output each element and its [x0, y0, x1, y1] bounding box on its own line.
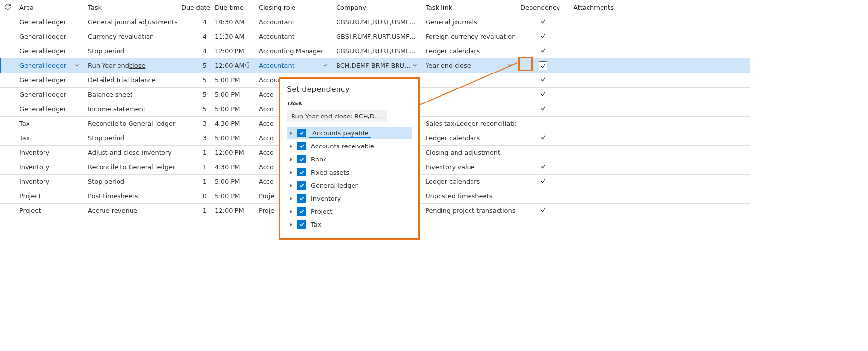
- task-cell[interactable]: Detailed trial balance: [84, 73, 177, 87]
- due-date-cell[interactable]: 3: [177, 131, 211, 145]
- dependency-cell[interactable]: [516, 29, 570, 44]
- dependency-cell[interactable]: [516, 204, 570, 218]
- area-cell[interactable]: General ledger: [15, 44, 84, 58]
- area-cell[interactable]: Inventory: [15, 175, 84, 189]
- checkbox[interactable]: [297, 155, 306, 163]
- task-cell[interactable]: Stop period: [84, 44, 177, 58]
- area-cell[interactable]: General ledger: [15, 29, 84, 44]
- due-time-cell[interactable]: 12:00 PM: [211, 146, 255, 160]
- due-date-cell[interactable]: 5: [177, 58, 211, 73]
- col-header-closing-role[interactable]: Closing role: [255, 0, 332, 15]
- table-row[interactable]: General ledgerRun Year-end close512:00 A…: [0, 58, 750, 73]
- due-date-cell[interactable]: 0: [177, 189, 211, 203]
- due-time-cell[interactable]: 5:00 PM: [211, 189, 255, 203]
- attachments-cell[interactable]: [570, 160, 623, 174]
- task-link-cell[interactable]: Pending project transactions: [422, 204, 516, 218]
- dependency-item[interactable]: General ledger: [287, 179, 412, 191]
- task-link-cell[interactable]: Foreign currency revaluation: [422, 29, 516, 44]
- due-time-cell[interactable]: 12:00 PM: [211, 204, 255, 218]
- due-time-cell[interactable]: 5:00 PM: [211, 131, 255, 145]
- dependency-cell[interactable]: [516, 189, 570, 203]
- task-cell[interactable]: General journal adjustments: [84, 15, 177, 29]
- attachments-cell[interactable]: [570, 15, 623, 29]
- task-cell[interactable]: Post timesheets: [84, 189, 177, 203]
- chevron-down-icon[interactable]: [75, 62, 80, 69]
- task-link-cell[interactable]: Closing and adjustment: [422, 146, 516, 160]
- closing-role-cell[interactable]: Accountant: [255, 15, 332, 29]
- attachments-cell[interactable]: [570, 29, 623, 44]
- closing-role-cell[interactable]: Accountant: [255, 58, 332, 73]
- task-cell[interactable]: Reconcile to General ledger: [84, 160, 177, 174]
- task-cell[interactable]: Income statement: [84, 102, 177, 116]
- closing-role-cell[interactable]: Accounting Manager: [255, 44, 332, 58]
- expander-icon[interactable]: [288, 143, 294, 150]
- table-row[interactable]: General ledgerGeneral journal adjustment…: [0, 15, 750, 29]
- due-time-cell[interactable]: 11:30 AM: [211, 29, 255, 44]
- dependency-checkbox[interactable]: [539, 61, 547, 70]
- task-combo[interactable]: Run Year-end close: BCH,DEMF,…: [287, 110, 387, 122]
- chevron-down-icon[interactable]: [412, 62, 417, 69]
- dependency-item[interactable]: Inventory: [287, 192, 412, 205]
- task-link-cell[interactable]: Unposted timesheets: [422, 189, 516, 203]
- attachments-cell[interactable]: [570, 44, 623, 58]
- area-cell[interactable]: Tax: [15, 117, 84, 131]
- dependency-item[interactable]: Project: [287, 205, 412, 218]
- attachments-cell[interactable]: [570, 102, 623, 116]
- area-cell[interactable]: Project: [15, 204, 84, 218]
- dependency-cell[interactable]: [516, 15, 570, 29]
- expander-icon[interactable]: [288, 221, 294, 228]
- due-date-cell[interactable]: 5: [177, 88, 211, 102]
- attachments-cell[interactable]: [570, 73, 623, 87]
- company-cell[interactable]: GBSI,RUMF,RURT,USMF,USRT: [332, 29, 422, 44]
- expander-icon[interactable]: [288, 195, 294, 202]
- col-header-due-time[interactable]: Due time: [211, 0, 255, 15]
- due-date-cell[interactable]: 4: [177, 29, 211, 44]
- area-cell[interactable]: General ledger: [15, 102, 84, 116]
- dependency-cell[interactable]: [516, 175, 570, 189]
- dependency-cell[interactable]: [516, 73, 570, 87]
- task-cell[interactable]: Currency revaluation: [84, 29, 177, 44]
- task-link-cell[interactable]: [422, 73, 516, 87]
- due-time-cell[interactable]: 10:30 AM: [211, 15, 255, 29]
- due-time-cell[interactable]: 5:00 PM: [211, 102, 255, 116]
- due-time-cell[interactable]: 12:00 PM: [211, 44, 255, 58]
- expander-icon[interactable]: [288, 208, 294, 215]
- task-cell[interactable]: Stop period: [84, 175, 177, 189]
- area-cell[interactable]: General ledger: [15, 88, 84, 102]
- dependency-item[interactable]: Accounts payable: [287, 127, 412, 139]
- task-cell[interactable]: Accrue revenue: [84, 204, 177, 218]
- attachments-cell[interactable]: [570, 175, 623, 189]
- area-cell[interactable]: Tax: [15, 131, 84, 145]
- attachments-cell[interactable]: [570, 88, 623, 102]
- area-cell[interactable]: Inventory: [15, 160, 84, 174]
- due-time-cell[interactable]: 12:00 AM: [211, 58, 255, 73]
- task-link-cell[interactable]: Ledger calendars: [422, 175, 516, 189]
- task-link-cell[interactable]: Sales tax/Ledger reconciliation: [422, 117, 516, 131]
- attachments-cell[interactable]: [570, 58, 623, 73]
- expander-icon[interactable]: [288, 156, 294, 163]
- col-header-area[interactable]: Area: [15, 0, 84, 15]
- area-cell[interactable]: General ledger: [15, 15, 84, 29]
- chevron-down-icon[interactable]: [507, 62, 512, 69]
- expander-icon[interactable]: [288, 169, 294, 176]
- dependency-cell[interactable]: [516, 160, 570, 174]
- area-cell[interactable]: Project: [15, 189, 84, 203]
- due-date-cell[interactable]: 1: [177, 160, 211, 174]
- due-time-cell[interactable]: 5:00 PM: [211, 88, 255, 102]
- task-cell[interactable]: Run Year-end close: [84, 58, 177, 73]
- col-header-due-date[interactable]: Due date r…: [177, 0, 211, 15]
- area-cell[interactable]: General ledger: [15, 58, 84, 73]
- checkbox[interactable]: [297, 168, 306, 176]
- due-date-cell[interactable]: 3: [177, 117, 211, 131]
- task-link-cell[interactable]: [422, 88, 516, 102]
- dependency-cell[interactable]: [516, 117, 570, 131]
- checkbox[interactable]: [297, 194, 306, 203]
- company-cell[interactable]: GBSI,RUMF,RURT,USMF,USRT: [332, 15, 422, 29]
- dependency-cell[interactable]: [516, 131, 570, 145]
- due-date-cell[interactable]: 1: [177, 146, 211, 160]
- due-date-cell[interactable]: 1: [177, 204, 211, 218]
- refresh-button[interactable]: [0, 0, 15, 15]
- col-header-attachments[interactable]: Attachments: [570, 0, 623, 15]
- closing-role-cell[interactable]: Accountant: [255, 29, 332, 44]
- checkbox[interactable]: [297, 181, 306, 190]
